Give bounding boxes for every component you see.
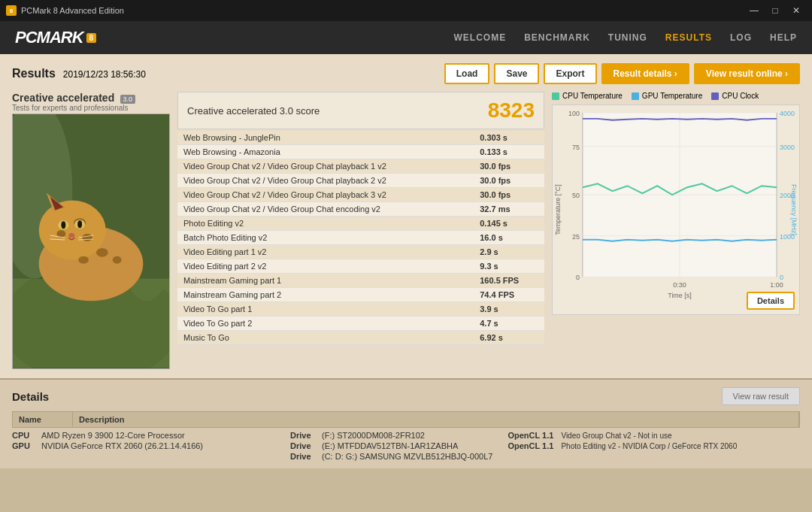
svg-point-6 (39, 201, 106, 260)
nav-welcome[interactable]: WELCOME (454, 32, 507, 43)
gpu-temp-dot (632, 92, 639, 100)
score-label: Creative accelerated 3.0 score (187, 105, 320, 117)
benchmark-name: Video Group Chat v2 / Video Group Chat p… (177, 174, 474, 188)
benchmark-value: 4.7 s (474, 317, 544, 331)
drive-row-0: Drive (F:) ST2000DM008-2FR102 (290, 431, 492, 440)
benchmark-name: Web Browsing - JunglePin (177, 131, 474, 145)
score-value: 8323 (488, 98, 535, 123)
benchmark-value: 30.0 fps (474, 159, 544, 174)
details-table-header: Name Description (12, 411, 800, 428)
cpu-temp-label: CPU Temperature (562, 92, 623, 100)
chart-legend: CPU Temperature GPU Temperature CPU Cloc… (552, 92, 800, 100)
svg-point-16 (77, 220, 82, 228)
table-row: Mainstream Gaming part 274.4 FPS (177, 288, 544, 302)
cpu-row: CPU AMD Ryzen 9 3900 12-Core Processor (12, 431, 275, 440)
benchmark-name: Batch Photo Editing v2 (177, 231, 474, 245)
gpu-value: NVIDIA GeForce RTX 2060 (26.21.14.4166) (41, 441, 203, 450)
benchmark-table: Web Browsing - JunglePin0.303 sWeb Brows… (177, 131, 544, 345)
svg-text:Time [s]: Time [s] (668, 292, 691, 299)
table-row: Video Group Chat v2 / Video Group Chat p… (177, 188, 544, 202)
benchmark-value: 74.4 FPS (474, 288, 544, 302)
benchmark-name: Video To Go part 1 (177, 302, 474, 317)
svg-text:4000: 4000 (780, 110, 795, 117)
table-row: Web Browsing - JunglePin0.303 s (177, 131, 544, 145)
nav-tuning[interactable]: TUNING (608, 32, 647, 43)
table-row: Music To Go6.92 s (177, 331, 544, 345)
cpu-clock-dot (711, 92, 719, 100)
drive-label-2: Drive (290, 452, 319, 461)
view-raw-button[interactable]: View raw result (722, 387, 800, 405)
gpu-label: GPU (12, 441, 38, 450)
gpu-row: GPU NVIDIA GeForce RTX 2060 (26.21.14.41… (12, 441, 275, 450)
svg-point-9 (82, 234, 92, 241)
benchmark-value: 0.145 s (474, 217, 544, 231)
opencl-label-0: OpenCL 1.1 (508, 431, 556, 440)
gpu-temp-label: GPU Temperature (642, 92, 702, 100)
benchmark-name: Mainstream Gaming part 2 (177, 288, 474, 302)
benchmark-name: Video Group Chat v2 / Video Group Chat p… (177, 159, 474, 174)
details-button[interactable]: Details (747, 292, 795, 310)
logo: PCMARK 8 (15, 28, 96, 47)
drive-row-1: Drive (E:) MTFDDAV512TBN-1AR1ZABHA (290, 441, 492, 450)
drive-label-1: Drive (290, 441, 319, 450)
benchmark-value: 9.3 s (474, 259, 544, 274)
benchmark-name: Music To Go (177, 331, 474, 345)
results-heading: Results (12, 67, 56, 80)
creative-subtitle: Tests for experts and professionals (12, 104, 170, 112)
opencl-value-0: Video Group Chat v2 - Not in use (561, 432, 671, 440)
benchmark-value: 30.0 fps (474, 188, 544, 202)
creative-label: Creative accelerated 3.0 Tests for exper… (12, 92, 170, 112)
svg-text:0: 0 (576, 274, 580, 281)
chart-container: 100 75 50 25 0 Temperature [°C] 4000 300… (552, 105, 800, 315)
legend-cpu-temp: CPU Temperature (552, 92, 623, 100)
score-header: Creative accelerated 3.0 score 8323 (177, 92, 544, 129)
legend-gpu-temp: GPU Temperature (632, 92, 702, 100)
svg-text:100: 100 (568, 110, 580, 117)
benchmark-value: 2.9 s (474, 245, 544, 259)
close-button[interactable]: ✕ (786, 3, 806, 18)
logo-text: PCMARK (15, 28, 83, 47)
svg-text:0:30: 0:30 (673, 281, 686, 289)
maximize-button[interactable]: □ (765, 3, 785, 18)
nav-help[interactable]: HELP (770, 32, 797, 43)
benchmark-value: 0.133 s (474, 145, 544, 159)
nav-log[interactable]: LOG (730, 32, 752, 43)
results-header: Results 2019/12/23 18:56:30 Load Save Ex… (12, 63, 800, 84)
drive-label-0: Drive (290, 431, 319, 440)
view-online-button[interactable]: View result online › (694, 63, 800, 84)
table-row: Video Group Chat v2 / Video Group Chat p… (177, 174, 544, 188)
load-button[interactable]: Load (444, 63, 490, 84)
results-title-group: Results 2019/12/23 18:56:30 (12, 67, 146, 80)
table-row: Video Editing part 1 v22.9 s (177, 245, 544, 259)
cpu-gpu-col: CPU AMD Ryzen 9 3900 12-Core Processor G… (12, 431, 275, 450)
nav-benchmark[interactable]: BENCHMARK (524, 32, 590, 43)
drive-row-2: Drive (C: D: G:) SAMSUNG MZVLB512HBJQ-00… (290, 452, 492, 461)
opencl-col: OpenCL 1.1 Video Group Chat v2 - Not in … (508, 431, 800, 450)
bottom-section: Details View raw result Name Description… (0, 378, 812, 468)
creative-title: Creative accelerated (12, 92, 114, 104)
benchmark-name: Video Editing part 2 v2 (177, 259, 474, 274)
svg-point-12 (113, 256, 122, 264)
th-description: Description (73, 412, 799, 427)
opencl-label-1: OpenCL 1.1 (508, 441, 556, 450)
details-header-row: Details View raw result (12, 387, 800, 405)
drive-value-1: (E:) MTFDDAV512TBN-1AR1ZABHA (322, 441, 458, 450)
result-details-button[interactable]: Result details › (601, 63, 689, 84)
logo-badge: 8 (86, 33, 97, 43)
benchmark-name: Video Group Chat v2 / Video Group Chat p… (177, 188, 474, 202)
minimize-button[interactable]: — (744, 3, 764, 18)
benchmark-name: Video Group Chat v2 / Video Group Chat e… (177, 202, 474, 217)
table-row: Photo Editing v20.145 s (177, 217, 544, 231)
benchmark-value: 3.9 s (474, 302, 544, 317)
nav-results[interactable]: RESULTS (665, 32, 712, 43)
save-button[interactable]: Save (494, 63, 539, 84)
svg-text:50: 50 (572, 192, 580, 199)
results-date: 2019/12/23 18:56:30 (63, 69, 146, 80)
benchmark-name: Web Browsing - Amazonia (177, 145, 474, 159)
benchmark-value: 16.0 s (474, 231, 544, 245)
export-button[interactable]: Export (544, 63, 596, 84)
svg-text:1:00: 1:00 (770, 281, 783, 289)
table-row: Web Browsing - Amazonia0.133 s (177, 145, 544, 159)
app-icon: 8 (6, 5, 17, 16)
svg-point-14 (61, 221, 65, 229)
